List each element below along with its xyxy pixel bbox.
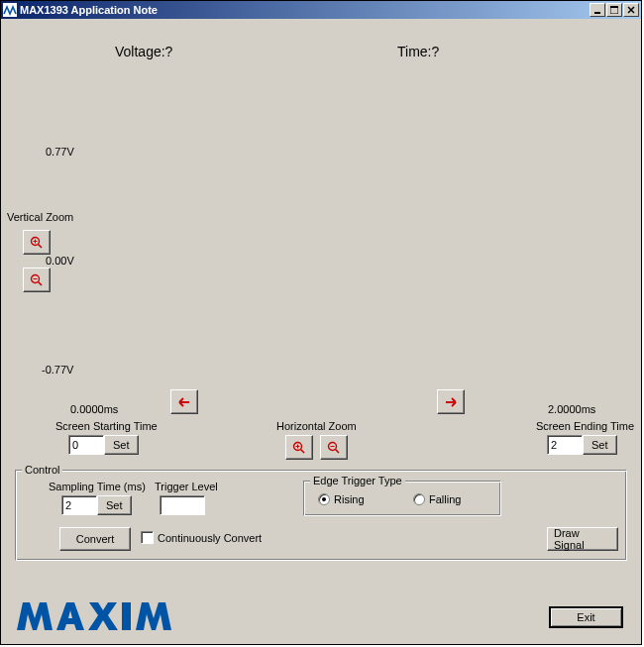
edge-trigger-label: Edge Trigger Type	[310, 475, 405, 486]
zoom-out-icon	[327, 441, 341, 455]
zoom-out-icon	[30, 273, 44, 287]
svg-rect-3	[610, 6, 618, 8]
continuously-convert-label: Continuously Convert	[158, 532, 262, 544]
x-axis-left: 0.0000ms	[70, 403, 118, 415]
screen-end-input[interactable]	[547, 435, 583, 455]
trigger-level-input[interactable]	[160, 495, 205, 515]
voltage-value: ?	[165, 44, 173, 59]
trigger-level-label: Trigger Level	[155, 481, 218, 492]
time-readout: Time:?	[397, 44, 439, 59]
close-button[interactable]	[623, 3, 639, 17]
window-buttons	[590, 3, 639, 17]
arrow-left-icon	[177, 396, 191, 408]
maxim-logo	[17, 600, 200, 632]
rising-label: Rising	[334, 493, 365, 505]
titlebar: MAX1393 Application Note	[1, 1, 641, 19]
convert-button[interactable]: Convert	[59, 527, 131, 551]
falling-label: Falling	[429, 493, 461, 505]
control-group: Control Sampling Time (ms) Set Trigger L…	[15, 470, 627, 561]
horizontal-zoom-out-button[interactable]	[320, 435, 348, 460]
zoom-in-icon	[292, 441, 306, 455]
sampling-time-label: Sampling Time (ms)	[49, 481, 146, 492]
control-group-label: Control	[22, 464, 62, 476]
sampling-time-set-button[interactable]: Set	[97, 495, 132, 515]
screen-start-input[interactable]	[68, 435, 104, 455]
arrow-right-icon	[444, 396, 458, 408]
sampling-time-input[interactable]	[61, 495, 97, 515]
time-label: Time:	[397, 44, 431, 59]
screen-end-set-button[interactable]: Set	[583, 435, 617, 455]
client-area: Voltage:? Time:? 0.77V 0.00V -0.77V Vert…	[1, 19, 641, 644]
vertical-zoom-label: Vertical Zoom	[7, 211, 73, 223]
vertical-zoom-in-button[interactable]	[23, 230, 51, 255]
rising-radio[interactable]: Rising	[318, 493, 365, 505]
draw-signal-button[interactable]: Draw Signal	[547, 527, 618, 551]
screen-start-label: Screen Starting Time	[55, 420, 158, 432]
svg-line-9	[39, 281, 43, 285]
edge-trigger-group: Edge Trigger Type Rising Falling	[303, 481, 501, 516]
pan-left-button[interactable]	[170, 389, 198, 414]
continuously-convert-checkbox[interactable]: Continuously Convert	[141, 531, 262, 544]
falling-radio[interactable]: Falling	[413, 493, 461, 505]
svg-line-12	[301, 449, 305, 453]
radio-icon	[318, 493, 330, 505]
voltage-label: Voltage:	[115, 44, 165, 59]
time-value: ?	[431, 44, 439, 59]
window-title: MAX1393 Application Note	[20, 4, 590, 16]
svg-line-5	[39, 244, 43, 248]
checkbox-icon	[141, 531, 154, 544]
y-axis-mid: 0.00V	[46, 255, 74, 267]
screen-start-set-button[interactable]: Set	[104, 435, 139, 455]
minimize-button[interactable]	[590, 3, 605, 17]
svg-rect-1	[594, 12, 600, 14]
maximize-button[interactable]	[606, 3, 622, 17]
svg-line-16	[336, 449, 340, 453]
horizontal-zoom-label: Horizontal Zoom	[276, 420, 357, 432]
radio-icon	[413, 493, 425, 505]
app-window: MAX1393 Application Note Voltage:? Time:…	[0, 0, 642, 645]
zoom-in-icon	[30, 236, 44, 250]
y-axis-top: 0.77V	[46, 146, 74, 158]
y-axis-bot: -0.77V	[42, 364, 73, 376]
exit-button[interactable]: Exit	[549, 606, 623, 628]
svg-rect-18	[122, 602, 131, 630]
horizontal-zoom-in-button[interactable]	[285, 435, 313, 460]
app-icon	[3, 3, 17, 17]
screen-end-label: Screen Ending Time	[536, 420, 634, 432]
x-axis-right: 2.0000ms	[548, 403, 595, 415]
pan-right-button[interactable]	[437, 389, 465, 414]
voltage-readout: Voltage:?	[115, 44, 172, 59]
vertical-zoom-out-button[interactable]	[23, 268, 51, 292]
